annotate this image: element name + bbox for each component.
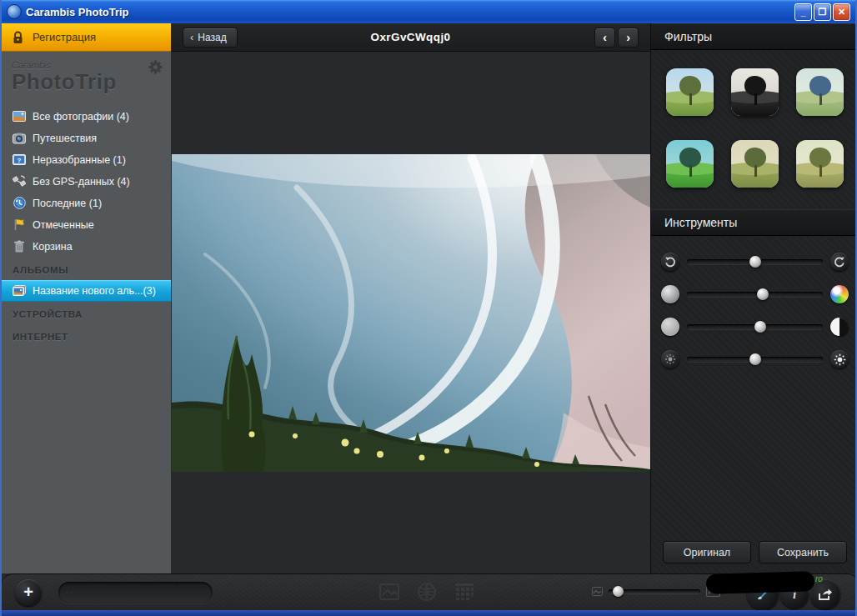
sidebar-item-album-selected[interactable]: Название нового аль...(3) xyxy=(2,280,171,302)
next-photo-button[interactable]: › xyxy=(618,28,639,48)
tools-sliders xyxy=(651,236,857,384)
saturation-high-icon[interactable] xyxy=(830,285,849,303)
contrast-slider-row xyxy=(661,314,849,339)
save-button[interactable]: Сохранить xyxy=(759,541,847,563)
filters-grid xyxy=(651,50,857,209)
saturation-slider-track[interactable] xyxy=(687,292,823,297)
sidebar-item-label: Название нового аль...(3) xyxy=(33,285,156,297)
sidebar-item-no-gps[interactable]: Без GPS-данных (4) xyxy=(2,171,171,193)
contrast-low-icon[interactable] xyxy=(661,318,679,336)
saturation-low-icon[interactable] xyxy=(661,285,679,303)
brightness-low-icon[interactable] xyxy=(661,350,679,368)
tools-header: Инструменты xyxy=(651,209,857,236)
prev-photo-button[interactable]: ‹ xyxy=(594,28,615,48)
rotate-cw-icon[interactable] xyxy=(830,253,849,271)
filter-thumb-original[interactable] xyxy=(666,68,714,116)
album-icon xyxy=(13,284,26,298)
product-text: PhotoTrip xyxy=(12,70,161,94)
sidebar-item-label: Все фотографии (4) xyxy=(33,111,129,123)
sidebar-item-trash[interactable]: Корзина xyxy=(2,236,171,258)
filter-thumb-vivid-green[interactable] xyxy=(666,140,714,188)
minimize-button[interactable]: _ xyxy=(794,3,812,21)
main-viewer: ‹ Назад OxrGvCWqqj0 ‹ › xyxy=(171,23,650,573)
lock-icon xyxy=(12,31,24,44)
titlebar[interactable]: Carambis PhotoTrip _ ❐ ✕ xyxy=(2,0,855,23)
zoom-out-thumbnail-icon[interactable] xyxy=(592,587,603,596)
sidebar-item-label: Корзина xyxy=(33,241,73,253)
trash-icon xyxy=(13,240,26,253)
flag-icon xyxy=(13,218,26,232)
zoom-slider-track[interactable] xyxy=(609,589,700,593)
filter-thumb-black-white[interactable] xyxy=(731,68,779,116)
back-label: Назад xyxy=(198,32,226,43)
panel-filler xyxy=(651,384,857,541)
sidebar: Регистрация Carambis PhotoTrip xyxy=(2,23,171,573)
unsorted-icon: ? xyxy=(13,153,26,167)
sidebar-item-unsorted[interactable]: ? Неразобранные (1) xyxy=(2,149,171,171)
app-window: Carambis PhotoTrip _ ❐ ✕ Регистрация Car… xyxy=(0,0,857,616)
sidebar-item-label: Путешествия xyxy=(33,133,97,144)
travels-camera-icon xyxy=(13,132,26,145)
search-icon xyxy=(67,587,68,598)
section-devices: УСТРОЙСТВА xyxy=(2,304,171,324)
contrast-high-icon[interactable] xyxy=(830,318,849,336)
sidebar-nav: Все фотографии (4) Путешествия ? Неразоб… xyxy=(2,106,171,347)
search-field[interactable] xyxy=(58,582,213,603)
zoom-slider-handle[interactable] xyxy=(613,586,624,597)
right-panel: Фильтры Инструменты xyxy=(650,23,857,573)
saturation-slider-handle[interactable] xyxy=(757,288,769,300)
app-icon xyxy=(7,4,22,19)
grid-view-icon[interactable] xyxy=(454,581,475,603)
photo-canvas xyxy=(171,52,650,573)
section-internet: ИНТЕРНЕТ xyxy=(2,327,171,347)
section-albums: АЛЬБОМЫ xyxy=(2,260,171,280)
share-button[interactable] xyxy=(810,579,840,609)
filter-thumb-warm[interactable] xyxy=(731,140,779,188)
sidebar-item-label: Без GPS-данных (4) xyxy=(33,176,130,188)
registration-button[interactable]: Регистрация xyxy=(2,23,171,52)
filter-thumb-cool-blue[interactable] xyxy=(796,68,844,116)
no-gps-satellite-icon xyxy=(13,175,26,188)
bottom-toolbar: + xyxy=(2,573,857,610)
viewer-toolbar: ‹ Назад OxrGvCWqqj0 ‹ › xyxy=(171,23,650,52)
close-button[interactable]: ✕ xyxy=(833,3,850,21)
map-globe-icon[interactable] xyxy=(416,581,438,603)
window-bottom-border xyxy=(2,610,857,616)
contrast-slider-handle[interactable] xyxy=(754,321,766,333)
photo-title: OxrGvCWqqj0 xyxy=(171,31,650,43)
add-button[interactable]: + xyxy=(15,579,42,606)
rotation-slider-row xyxy=(661,249,849,274)
saturation-slider-row xyxy=(661,282,849,307)
rotation-slider-track[interactable] xyxy=(687,259,823,264)
recent-clock-icon xyxy=(13,197,26,210)
redaction-blob xyxy=(706,571,815,593)
restore-button[interactable]: ❐ xyxy=(814,3,831,21)
beach-photo[interactable] xyxy=(172,154,650,472)
sidebar-item-label: Неразобранные (1) xyxy=(33,154,126,166)
sidebar-item-all-photos[interactable]: Все фотографии (4) xyxy=(2,106,171,128)
window-title: Carambis PhotoTrip xyxy=(26,6,794,18)
contrast-slider-track[interactable] xyxy=(687,324,823,329)
search-input[interactable] xyxy=(75,587,204,598)
search-dropdown-icon[interactable] xyxy=(71,591,72,595)
sidebar-item-travels[interactable]: Путешествия xyxy=(2,128,171,149)
rotation-slider-handle[interactable] xyxy=(749,256,761,268)
settings-gear-icon[interactable] xyxy=(148,60,163,78)
brightness-slider-handle[interactable] xyxy=(749,353,761,365)
back-chevron-icon: ‹ xyxy=(190,31,193,43)
logo-block: Carambis PhotoTrip xyxy=(2,52,171,101)
sidebar-item-label: Последние (1) xyxy=(33,198,102,209)
back-button[interactable]: ‹ Назад xyxy=(183,28,238,48)
rotate-ccw-icon[interactable] xyxy=(661,253,679,271)
filter-thumb-faded[interactable] xyxy=(796,140,844,188)
photo-view-icon[interactable] xyxy=(378,581,400,603)
all-photos-icon xyxy=(13,110,26,123)
sidebar-item-label: Отмеченные xyxy=(33,219,94,231)
registration-label: Регистрация xyxy=(33,31,96,43)
brightness-high-icon[interactable] xyxy=(830,350,849,368)
original-button[interactable]: Оригинал xyxy=(663,541,751,563)
sidebar-item-flagged[interactable]: Отмеченные xyxy=(2,214,171,236)
svg-text:?: ? xyxy=(18,157,22,164)
brightness-slider-track[interactable] xyxy=(687,357,823,362)
sidebar-item-recent[interactable]: Последние (1) xyxy=(2,193,171,214)
